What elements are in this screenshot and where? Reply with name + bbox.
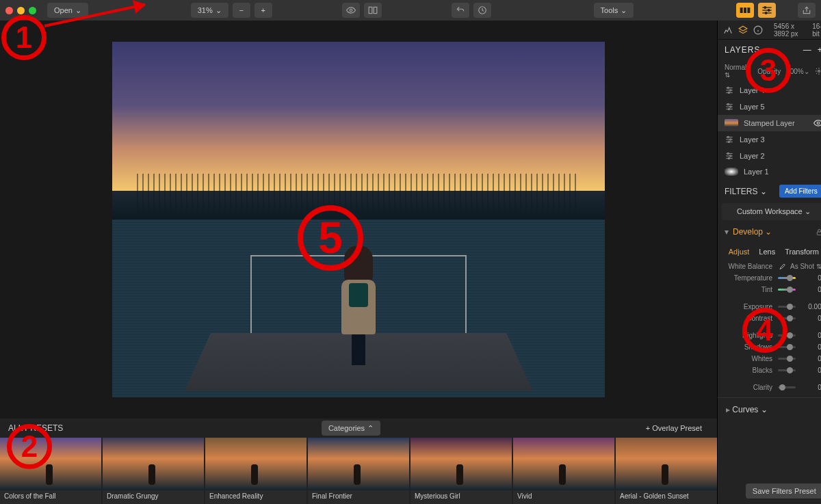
opacity-value[interactable]: 100%⌄ [786,68,809,75]
adjust-panel-toggle[interactable] [758,3,776,18]
gear-icon[interactable] [815,67,821,75]
compare-icon[interactable] [364,3,382,18]
layers-section-header[interactable]: LAYERS⌄ — + [718,40,821,60]
filters-section-header[interactable]: FILTERS ⌄ [725,187,767,196]
undo-button[interactable] [452,3,469,18]
slider-value: 0 [801,343,821,351]
preset-thumbnail[interactable]: Aerial - Golden Sunset [616,438,717,504]
preset-image [513,438,614,490]
preset-thumbnail[interactable]: Mysterious Girl [410,438,512,504]
overlay-preset-button[interactable]: + Overlay Preset [639,421,709,436]
share-button[interactable] [798,3,816,18]
slider-knob[interactable] [779,384,785,390]
slider-track[interactable] [778,369,796,371]
preset-image [103,438,204,490]
preset-label: Dramatic Grungy [103,490,204,504]
presets-panel-toggle[interactable] [736,3,754,18]
categories-menu[interactable]: Categories ⌃ [322,421,380,436]
maximize-window-button[interactable] [29,7,36,14]
slider-label: Shadows [726,343,778,351]
tab-transform[interactable]: Transform [785,248,819,256]
histogram-icon[interactable] [723,25,733,35]
visibility-icon[interactable] [813,118,821,128]
preview-icon[interactable] [342,3,360,18]
slider-track[interactable] [778,386,796,388]
right-panel: 5456 x 3892 px 16-bit LAYERS⌄ — + Normal… [717,21,821,504]
sliders-icon [725,135,734,144]
info-icon[interactable] [753,25,763,35]
slider-track[interactable] [778,289,796,291]
preset-thumbnail[interactable]: Vivid [513,438,614,504]
layer-row[interactable]: Layer 2 [718,148,821,164]
slider-track[interactable] [778,277,796,279]
image-viewer[interactable] [0,21,717,419]
add-layer-icon[interactable]: + [818,45,821,55]
slider-knob[interactable] [787,304,793,310]
preset-label: Enhanced Reality [205,490,307,504]
svg-rect-6 [747,8,750,13]
add-filters-button[interactable]: Add Filters [779,185,821,198]
history-button[interactable] [473,3,491,18]
chevron-down-icon: ⌄ [763,45,770,55]
slider-track[interactable] [778,358,796,360]
open-menu[interactable]: Open⌄ [47,3,88,18]
layer-row[interactable]: Layer 1 [718,164,821,179]
slider-value: 0 [801,355,821,362]
close-window-button[interactable] [5,7,13,14]
tab-adjust[interactable]: Adjust [729,248,750,256]
layer-row[interactable]: Stamped Layer [718,115,821,131]
layer-row[interactable]: Layer 4 [718,82,821,98]
slider-row: Tint0 [718,284,821,295]
slider-knob[interactable] [787,287,793,293]
preset-thumbnail[interactable]: Dramatic Grungy [103,438,204,504]
eyedropper-icon[interactable] [778,262,786,270]
zoom-level[interactable]: 31%⌄ [191,3,229,18]
slider-row: Exposure0.00 [718,301,821,313]
slider-row: Highlights0 [718,330,821,341]
slider-knob[interactable] [787,367,793,373]
preset-image [0,438,101,490]
preset-thumbnail[interactable]: Final Frontier [308,438,409,504]
main-image [112,42,605,397]
layer-row[interactable]: Layer 5 [718,98,821,115]
zoom-in-button[interactable]: + [255,3,272,18]
slider-label: Whites [726,355,778,362]
slider-track[interactable] [778,317,796,319]
tools-menu[interactable]: Tools⌄ [594,3,634,18]
save-filters-preset-button[interactable]: Save Filters Preset [746,483,821,499]
layer-row[interactable]: Layer 3 [718,131,821,148]
lock-icon[interactable] [816,228,821,236]
slider-knob[interactable] [787,315,793,321]
slider-knob[interactable] [787,332,793,339]
layers-icon[interactable] [738,25,748,35]
tab-lens[interactable]: Lens [759,248,775,256]
slider-knob[interactable] [787,344,793,350]
slider-track[interactable] [778,306,796,308]
slider-value: 0.00 [801,303,821,310]
workspace-select[interactable]: Custom Workspace ⌄ [722,203,821,220]
slider-value: 0 [801,315,821,322]
slider-knob[interactable] [787,275,793,281]
minimize-window-button[interactable] [17,7,25,14]
wb-mode-select[interactable]: As Shot [790,263,816,270]
slider-track[interactable] [778,346,796,348]
slider-value: 0 [801,367,821,374]
preset-thumbnail[interactable]: Colors of the Fall [0,438,101,504]
slider-label: Exposure [726,303,778,310]
collapse-layer-icon[interactable]: — [803,45,812,55]
layer-name: Layer 4 [740,86,765,94]
image-dimensions: 5456 x 3892 px [774,23,807,38]
slider-label: Blacks [726,367,778,374]
curves-section[interactable]: ▸ Curves ⌄ [718,397,821,421]
svg-point-27 [817,122,820,124]
slider-knob[interactable] [787,356,793,362]
slider-value: 0 [801,384,821,391]
preset-thumbnail[interactable]: Enhanced Reality [205,438,307,504]
presets-panel: ALL PRESETS Categories ⌃ + Overlay Prese… [0,419,717,504]
develop-section-header[interactable]: Develop ⌄ [733,227,772,237]
slider-track[interactable] [778,334,796,336]
zoom-out-button[interactable]: − [233,3,250,18]
stepper-icon[interactable]: ⇅ [816,263,821,270]
blend-mode-select[interactable]: Normal ⇅ [725,64,746,79]
collapse-icon[interactable]: ▾ [725,227,729,237]
